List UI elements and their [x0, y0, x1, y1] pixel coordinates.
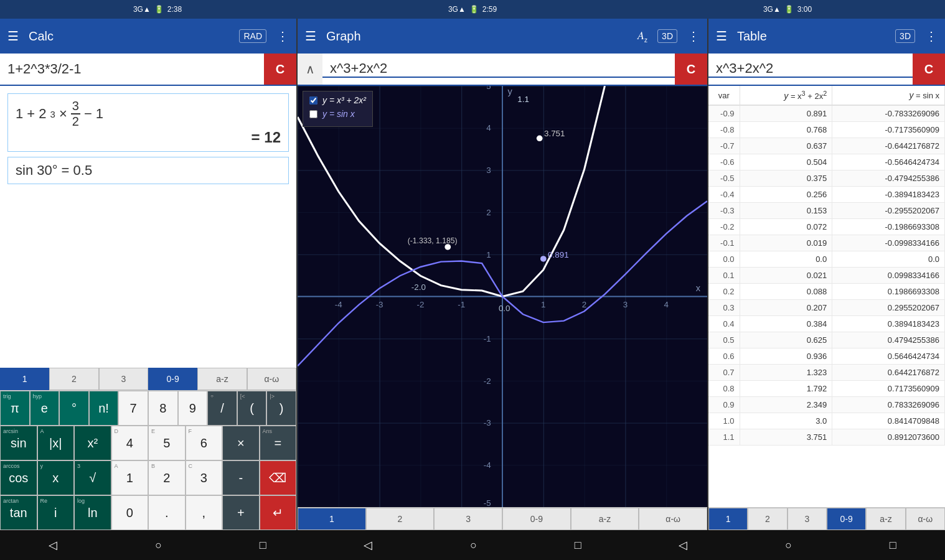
key-factorial[interactable]: n!	[89, 391, 119, 426]
graph-tab-09[interactable]: 0-9	[502, 508, 571, 530]
key-2[interactable]: B2	[148, 460, 186, 495]
table-more-icon[interactable]: ⋮	[925, 29, 938, 44]
graph-3d-btn[interactable]: 3D	[657, 29, 677, 43]
graph-menu-icon[interactable]: ☰	[305, 29, 316, 44]
nav-home-2[interactable]: ○	[470, 539, 477, 552]
key-pi[interactable]: trigπ	[0, 391, 30, 426]
table-menu-icon[interactable]: ☰	[716, 29, 727, 44]
cell-col1: 0.072	[740, 219, 832, 235]
key-tan[interactable]: arctantan	[0, 495, 37, 530]
nav-section-1: ◁ ○ □	[0, 538, 315, 552]
graph-tab-1[interactable]: 1	[298, 508, 366, 530]
key-7[interactable]: 7	[118, 391, 148, 426]
graph-tab-aw[interactable]: α-ω	[639, 508, 707, 530]
cell-var: 1.1	[708, 429, 740, 446]
key-plus[interactable]: +	[222, 495, 260, 530]
key-sin[interactable]: arcsinsin	[0, 426, 37, 460]
cell-col1: 0.768	[740, 122, 832, 138]
graph-tab-az[interactable]: a-z	[571, 508, 639, 530]
key-deg[interactable]: °	[59, 391, 89, 426]
key-sqrt[interactable]: 3√	[74, 460, 111, 495]
nav-home-3[interactable]: ○	[785, 539, 792, 552]
graph-chevron-icon[interactable]: ∧	[298, 54, 322, 85]
key-9[interactable]: 9	[178, 391, 208, 426]
graph-tab-2[interactable]: 2	[366, 508, 435, 530]
nav-home-1[interactable]: ○	[155, 539, 162, 552]
panel-calc: ☰ Calc RAD ⋮ C 1 + 2 3 × 3 2 − 1	[0, 19, 296, 530]
key-8[interactable]: 8	[148, 391, 178, 426]
graph-font-icon[interactable]: 𝐴z	[637, 29, 647, 44]
graph-clear-btn[interactable]: C	[675, 54, 707, 85]
cell-col1: 0.936	[740, 348, 832, 365]
key-backspace[interactable]: ⌫	[260, 460, 297, 495]
calc-rad-btn[interactable]: RAD	[239, 29, 266, 43]
graph-input[interactable]	[322, 60, 675, 78]
table-row: -0.10.019-0.0998334166	[708, 235, 945, 251]
key-0[interactable]: 0	[111, 495, 149, 530]
key-6[interactable]: F6	[186, 426, 223, 460]
table-input[interactable]	[708, 60, 913, 78]
calc-input[interactable]	[0, 61, 264, 77]
table-tab-09[interactable]: 0-9	[827, 508, 866, 530]
table-tab-aw[interactable]: α-ω	[906, 508, 945, 530]
table-tab-3[interactable]: 3	[788, 508, 827, 530]
nav-recent-3[interactable]: □	[890, 539, 896, 552]
nav-back-3[interactable]: ◁	[679, 538, 687, 552]
calc-tab-1[interactable]: 1	[0, 368, 49, 390]
key-minus[interactable]: -	[222, 460, 260, 495]
key-e[interactable]: hype	[30, 391, 60, 426]
nav-back-2[interactable]: ◁	[364, 538, 372, 552]
key-comma[interactable]: ,	[186, 495, 223, 530]
cell-var: -0.3	[708, 203, 740, 219]
graph-area[interactable]: y = x³ + 2x² y = sin x	[298, 86, 707, 507]
calc-tab-3[interactable]: 3	[99, 368, 148, 390]
cell-var: 1.0	[708, 413, 740, 429]
key-lparen[interactable]: [<(	[237, 391, 267, 426]
cell-col2: 0.5646424734	[832, 348, 945, 365]
graph-svg[interactable]: x y -1 -2 -3 -4 1 2 3 4 1 2 3 4 5 -1 -2 …	[298, 86, 707, 507]
key-3[interactable]: C3	[186, 460, 223, 495]
key-enter[interactable]: ↵	[260, 495, 297, 530]
calc-tab-2[interactable]: 2	[49, 368, 98, 390]
key-mul[interactable]: ×	[222, 426, 260, 460]
table-clear-btn[interactable]: C	[913, 54, 945, 85]
table-tab-az[interactable]: a-z	[866, 508, 905, 530]
key-x[interactable]: yx	[37, 460, 75, 495]
graph-tab-3[interactable]: 3	[434, 508, 502, 530]
key-cos[interactable]: arccoscos	[0, 460, 37, 495]
graph-title: Graph	[326, 29, 628, 44]
key-rparen[interactable]: |>)	[266, 391, 296, 426]
nav-recent-1[interactable]: □	[260, 539, 266, 552]
key-i[interactable]: Rei	[37, 495, 75, 530]
calc-tab-aw[interactable]: α-ω	[247, 368, 296, 390]
table-3d-btn[interactable]: 3D	[895, 29, 915, 43]
key-dot[interactable]: .	[148, 495, 186, 530]
key-sq[interactable]: x²	[74, 426, 111, 460]
graph-header: ☰ Graph 𝐴z 3D ⋮	[298, 19, 707, 54]
svg-text:x: x	[696, 283, 701, 293]
key-5[interactable]: E5	[148, 426, 186, 460]
key-ln[interactable]: logln	[74, 495, 111, 530]
calc-tab-az[interactable]: a-z	[197, 368, 247, 390]
legend-check-1[interactable]	[309, 96, 317, 105]
key-eq[interactable]: Ans=	[260, 426, 297, 460]
key-div[interactable]: ÷/	[207, 391, 237, 426]
table-tab-2[interactable]: 2	[748, 508, 787, 530]
cell-var: 0.9	[708, 397, 740, 413]
calc-more-icon[interactable]: ⋮	[276, 29, 289, 44]
key-4[interactable]: D4	[111, 426, 149, 460]
key-abs[interactable]: A|x|	[37, 426, 75, 460]
calc-menu-icon[interactable]: ☰	[7, 29, 19, 44]
table-row: 1.13.7510.8912073600	[708, 429, 945, 446]
calc-tab-09[interactable]: 0-9	[148, 368, 197, 390]
cell-col2: 0.3894183423	[832, 316, 945, 332]
key-1[interactable]: A1	[111, 460, 149, 495]
calc-clear-btn[interactable]: C	[264, 54, 296, 85]
nav-recent-2[interactable]: □	[575, 539, 581, 552]
nav-back-1[interactable]: ◁	[49, 538, 57, 552]
kbd-row-2: arcsinsin A|x| x² D4 E5 F6 × Ans=	[0, 426, 296, 460]
table-tab-1[interactable]: 1	[708, 508, 748, 530]
table-area[interactable]: var y = x3 + 2x2 y = sin x -0.90.891-0.7…	[708, 86, 945, 507]
legend-check-2[interactable]	[309, 110, 317, 118]
graph-more-icon[interactable]: ⋮	[687, 29, 700, 44]
